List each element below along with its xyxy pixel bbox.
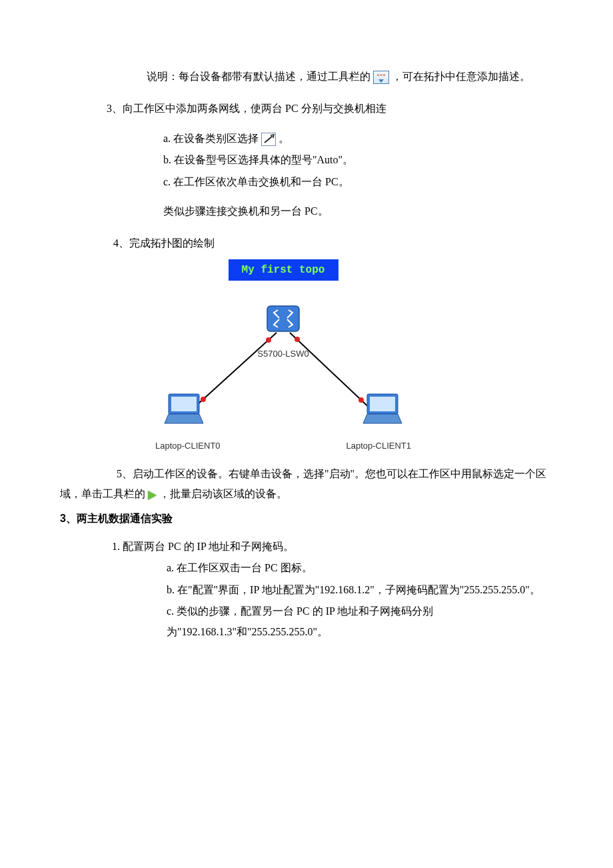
text-fragment: a. 在设备类别区选择	[163, 133, 261, 144]
svg-point-2	[266, 337, 271, 343]
laptop1-label: Laptop-CLIENT1	[346, 438, 411, 455]
step-3-title: 3、向工作区中添加两条网线，使两台 PC 分别与交换机相连	[107, 99, 553, 119]
config-step-1: 1. 配置两台 PC 的 IP 地址和子网掩码。	[112, 537, 553, 557]
step-3a: a. 在设备类别区选择 。	[163, 129, 553, 149]
svg-point-3	[295, 337, 300, 342]
step-4-title: 4、完成拓扑图的绘制	[113, 233, 553, 253]
text-fragment: 5、启动工作区的设备。右键单击设备，选择"启动"。您也可以在工作区中用鼠标选定一…	[60, 468, 546, 499]
switch-label: S5700-LSW0	[150, 346, 416, 363]
note-default-description: 说明：每台设备都带有默认描述，通过工具栏的 *** ，可在拓扑中任意添加描述。	[147, 67, 553, 87]
svg-rect-8	[171, 397, 197, 411]
play-start-icon	[148, 491, 157, 500]
switch-icon	[265, 303, 302, 335]
svg-marker-9	[165, 414, 203, 423]
section-3-heading: 3、两主机数据通信实验	[60, 509, 553, 529]
text-fragment: ，可在拓扑中任意添加描述。	[392, 71, 530, 82]
topo-title-label: My first topo	[229, 259, 338, 281]
laptop0-label: Laptop-CLIENT0	[155, 438, 221, 455]
comment-toolbar-icon: ***	[373, 71, 389, 84]
cable-category-icon	[261, 133, 276, 146]
step-5: 5、启动工作区的设备。右键单击设备，选择"启动"。您也可以在工作区中用鼠标选定一…	[60, 464, 553, 505]
config-step-1a: a. 在工作区双击一台 PC 图标。	[167, 558, 553, 578]
text-fragment: ，批量启动该区域的设备。	[159, 488, 287, 499]
svg-rect-11	[370, 397, 395, 411]
laptop-client0-icon	[161, 393, 207, 433]
svg-rect-6	[267, 306, 299, 331]
step-3c: c. 在工作区依次单击交换机和一台 PC。	[163, 172, 553, 192]
config-step-1c: c. 类似的步骤，配置另一台 PC 的 IP 地址和子网掩码分别为"192.16…	[167, 601, 553, 642]
topology-diagram: My first topo S5700-LSW0	[150, 259, 416, 455]
svg-marker-12	[363, 414, 402, 423]
text-fragment: 说明：每台设备都带有默认描述，通过工具栏的	[147, 71, 373, 82]
step-3b: b. 在设备型号区选择具体的型号"Auto"。	[163, 150, 553, 170]
step-3-note: 类似步骤连接交换机和另一台 PC。	[163, 201, 553, 221]
laptop-client1-icon	[359, 393, 406, 433]
text-fragment: 。	[279, 133, 289, 144]
config-step-1b: b. 在"配置"界面，IP 地址配置为"192.168.1.2"，子网掩码配置为…	[167, 580, 553, 600]
